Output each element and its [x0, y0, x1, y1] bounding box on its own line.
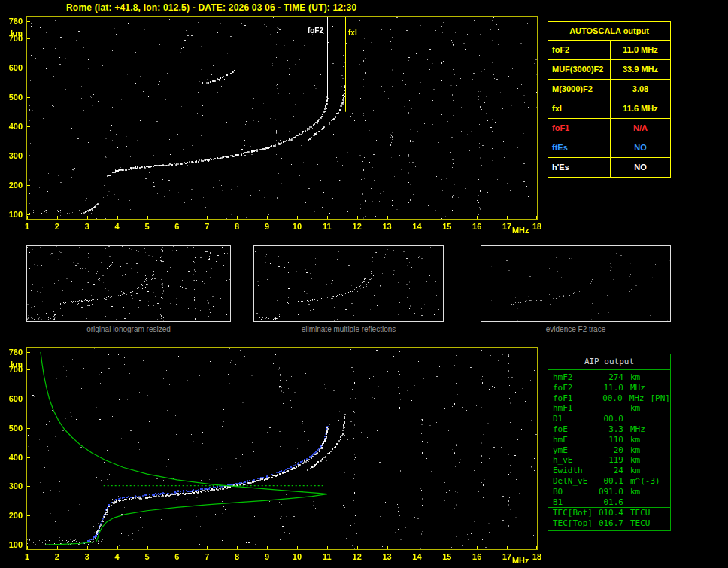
aip-table-rows: hmF2274kmfoF211.0MHzfoF100.0MHz[PN]hmF1-…	[548, 370, 670, 530]
autoscala-row-muf3000f2: MUF(3000)F233.9 MHz	[548, 60, 670, 80]
aip-value-hmf2: 274	[596, 372, 623, 383]
autoscala-value-ftes: NO	[611, 138, 670, 157]
y-axis-tick-label-top: 500	[3, 93, 23, 102]
aip-value-b1: 01.6	[596, 497, 623, 508]
aip-label-fof1: foF1	[548, 393, 596, 404]
aip-label-tectop: TEC[Top]	[548, 518, 596, 529]
y-axis-tick-label-top: 300	[3, 151, 23, 160]
x-axis-tick-label-bottom: 5	[139, 552, 156, 561]
autoscala-value-fof2: 11.0 MHz	[611, 41, 670, 59]
x-axis-tick-label-top: 2	[49, 222, 65, 231]
aip-label-foe: foE	[548, 424, 596, 435]
thumbnail-caption-eliminate: eliminate multiple reflections	[253, 325, 444, 333]
ionogram-bottom-canvas	[27, 348, 537, 549]
foF2-marker-label: foF2	[293, 26, 323, 35]
aip-value-ewidth: 24	[596, 466, 623, 476]
aip-label-yme: ymE	[548, 445, 596, 456]
x-axis-tick-label-bottom: 6	[168, 552, 185, 561]
thumbnail-evidence-f2-trace-canvas	[481, 246, 670, 321]
thumbnail-caption-evidence: evidence F2 trace	[481, 325, 671, 333]
y-axis-tick-label-top: 200	[3, 181, 23, 190]
autoscala-label-hes: h'Es	[548, 158, 611, 177]
aip-unit-hme: km	[623, 435, 640, 445]
y-axis-tick-label-bottom: 100	[3, 540, 23, 549]
aip-row-b0: B0091.0km	[548, 487, 670, 497]
ionogram-top-canvas	[27, 17, 537, 219]
aip-label-b1: B1	[548, 497, 596, 508]
x-axis-tick-label-top: 15	[438, 222, 455, 231]
aip-value-fof1: 00.0	[596, 393, 622, 404]
y-axis-unit-bottom: km	[3, 360, 23, 369]
y-axis-tick-label-bottom: 700	[3, 365, 23, 374]
aip-label-hmf2: hmF2	[548, 372, 596, 383]
x-axis-tick-label-top: 17	[499, 222, 515, 231]
aip-label-hve: h_vE	[548, 455, 596, 466]
autoscala-value-fxi: 11.6 MHz	[611, 99, 670, 118]
aip-label-ewidth: Ewidth	[548, 466, 596, 476]
autoscala-value-muf3000f2: 33.9 MHz	[611, 60, 670, 79]
aip-unit-hmf1: km	[623, 403, 640, 414]
y-axis-tick-label-bottom: 760	[3, 348, 23, 357]
y-axis-tick-label-top: 400	[3, 122, 23, 131]
x-axis-tick-label-top: 3	[79, 222, 96, 231]
thumbnail-evidence-f2-trace	[481, 245, 671, 322]
y-axis-tick-label-bottom: 200	[3, 511, 23, 520]
aip-label-fof2: foF2	[548, 383, 596, 393]
autoscala-label-muf3000f2: MUF(3000)F2	[548, 60, 611, 79]
aip-value-hmf1: ---	[596, 403, 623, 414]
y-axis-unit-top: km	[3, 29, 23, 38]
x-axis-tick-label-top: 9	[259, 222, 275, 231]
aip-row-yme: ymE20km	[548, 445, 670, 456]
aip-row-ewidth: Ewidth24km	[548, 466, 670, 476]
aip-label-delnve: DelN_vE	[548, 476, 596, 487]
aip-unit-ewidth: km	[623, 466, 640, 476]
aip-unit-delnve: m^(-3)	[623, 476, 660, 487]
y-axis-tick-label-top: 100	[3, 210, 23, 219]
aip-value-foe: 3.3	[596, 424, 623, 435]
y-axis-tick-label-bottom: 600	[3, 394, 23, 403]
autoscala-row-ftes: ftEsNO	[548, 138, 670, 158]
autoscala-table-header: AUTOSCALA output	[548, 22, 670, 41]
autoscala-row-fxi: fxI11.6 MHz	[548, 99, 670, 119]
autoscala-label-fof1: foF1	[548, 119, 611, 138]
y-axis-tick-label-bottom: 500	[3, 424, 23, 433]
aip-output-table: AIP output hmF2274kmfoF211.0MHzfoF100.0M…	[548, 354, 671, 531]
autoscala-row-hes: h'EsNO	[548, 158, 670, 177]
aip-unit-d1	[623, 414, 630, 424]
aip-label-d1: D1	[548, 414, 596, 424]
x-axis-tick-label-bottom: 17	[499, 552, 515, 561]
x-axis-tick-label-bottom: 10	[289, 552, 305, 561]
autoscala-row-fof2: foF211.0 MHz	[548, 41, 670, 60]
x-axis-tick-label-bottom: 8	[229, 552, 245, 561]
x-axis-tick-label-top: 10	[289, 222, 305, 231]
x-axis-tick-label-top: 13	[379, 222, 396, 231]
x-axis-tick-label-top: 8	[229, 222, 245, 231]
x-axis-tick-label-top: 18	[529, 222, 545, 231]
aip-value-hve: 119	[596, 455, 623, 466]
autoscala-row-m3000f2: M(3000)F23.08	[548, 80, 670, 99]
x-axis-tick-label-bottom: 4	[109, 552, 126, 561]
aip-unit-tecbot: TECU	[623, 508, 651, 518]
ionogram-top-plot: foF2 fxI	[26, 16, 538, 220]
aip-label-b0: B0	[548, 487, 596, 497]
autoscala-label-m3000f2: M(3000)F2	[548, 80, 611, 99]
x-axis-tick-label-bottom: 11	[319, 552, 335, 561]
x-axis-tick-label-top: 11	[319, 222, 335, 231]
aip-unit-fof2: MHz	[623, 383, 645, 393]
x-axis-tick-label-top: 12	[349, 222, 366, 231]
y-axis-tick-label-top: 600	[3, 63, 23, 72]
aip-row-tecbot: TEC[Bot]010.4TECU	[548, 507, 670, 518]
aip-value-fof2: 11.0	[596, 383, 623, 393]
ionogram-bottom-plot	[26, 347, 538, 550]
thumbnail-eliminate-reflections-canvas	[254, 246, 443, 321]
autoscala-label-fxi: fxI	[548, 99, 611, 118]
y-axis-tick-label-top: 760	[3, 17, 23, 26]
x-axis-tick-label-top: 6	[168, 222, 185, 231]
thumbnail-eliminate-reflections	[253, 245, 444, 322]
aip-value-hme: 110	[596, 435, 623, 445]
x-axis-unit-bottom: MHz	[512, 556, 529, 565]
page-title: Rome (lat: +41.8, lon: 012.5) - DATE: 20…	[66, 2, 356, 13]
aip-row-delnve: DelN_vE00.1m^(-3)	[548, 476, 670, 487]
aip-unit-hve: km	[623, 455, 640, 466]
aip-row-hmf2: hmF2274km	[548, 372, 670, 383]
